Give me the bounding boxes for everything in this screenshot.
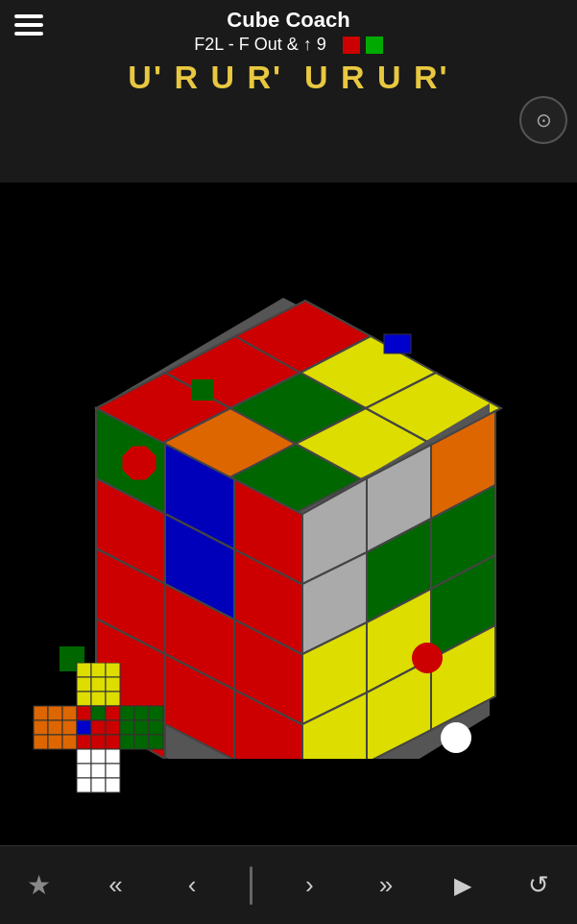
svg-rect-5 xyxy=(91,677,106,692)
svg-rect-3 xyxy=(106,663,120,677)
red-octagon-marker xyxy=(123,447,156,479)
svg-rect-36 xyxy=(149,735,163,749)
svg-rect-35 xyxy=(134,735,149,749)
svg-rect-43 xyxy=(77,778,91,792)
blue-top-marker xyxy=(384,334,411,353)
hamburger-line-2 xyxy=(14,23,43,27)
algorithm-display: U' R U R' U R U R' xyxy=(128,59,448,96)
main-area xyxy=(0,182,577,845)
mini-map xyxy=(10,663,221,836)
subtitle-text: F2L - F Out & ↑ 9 xyxy=(194,35,325,55)
svg-rect-44 xyxy=(91,778,106,792)
hamburger-line-1 xyxy=(14,14,43,18)
mini-map-svg xyxy=(10,663,221,836)
svg-rect-7 xyxy=(77,692,91,706)
rewind-single-button[interactable]: ‹ xyxy=(173,863,211,908)
minimap-left-face xyxy=(34,706,77,749)
svg-rect-11 xyxy=(48,706,62,720)
svg-rect-28 xyxy=(120,706,134,720)
star-button[interactable]: ★ xyxy=(19,862,59,909)
refresh-button[interactable]: ↺ xyxy=(519,863,558,908)
floating-green-square xyxy=(192,379,213,401)
svg-rect-23 xyxy=(91,720,106,735)
minimap-bottom-face xyxy=(77,749,120,792)
minimap-top-face xyxy=(77,663,120,706)
svg-rect-12 xyxy=(62,706,77,720)
subtitle: F2L - F Out & ↑ 9 xyxy=(194,35,382,55)
hamburger-line-3 xyxy=(14,32,43,36)
toolbar-divider xyxy=(250,866,252,905)
svg-rect-42 xyxy=(106,764,120,778)
svg-rect-19 xyxy=(77,706,91,720)
svg-rect-33 xyxy=(149,720,163,735)
svg-rect-10 xyxy=(34,706,48,720)
svg-rect-17 xyxy=(48,735,62,749)
color-square-green xyxy=(366,36,383,54)
svg-rect-21 xyxy=(106,706,120,720)
svg-rect-32 xyxy=(134,720,149,735)
play-button[interactable]: ▶ xyxy=(444,864,482,907)
svg-rect-1 xyxy=(77,663,91,677)
svg-rect-34 xyxy=(120,735,134,749)
red-dot-right-upper xyxy=(412,643,443,673)
svg-rect-20 xyxy=(91,706,106,720)
svg-rect-14 xyxy=(48,720,62,735)
svg-rect-15 xyxy=(62,720,77,735)
rewind-double-button[interactable]: « xyxy=(96,863,134,908)
toolbar: ★ « ‹ › » ▶ ↺ xyxy=(0,845,577,924)
forward-single-button[interactable]: › xyxy=(290,863,328,908)
svg-rect-9 xyxy=(106,692,120,706)
white-dot-right xyxy=(441,722,471,753)
minimap-right-face xyxy=(120,706,163,749)
svg-rect-25 xyxy=(77,735,91,749)
svg-rect-24 xyxy=(106,720,120,735)
svg-rect-40 xyxy=(77,764,91,778)
svg-rect-37 xyxy=(77,749,91,764)
svg-rect-29 xyxy=(134,706,149,720)
svg-rect-26 xyxy=(91,735,106,749)
svg-rect-18 xyxy=(62,735,77,749)
svg-rect-2 xyxy=(91,663,106,677)
svg-rect-45 xyxy=(106,778,120,792)
svg-rect-41 xyxy=(91,764,106,778)
color-square-red xyxy=(343,36,360,54)
svg-rect-13 xyxy=(34,720,48,735)
svg-rect-8 xyxy=(91,692,106,706)
svg-rect-30 xyxy=(149,706,163,720)
svg-rect-4 xyxy=(77,677,91,692)
header: Cube Coach F2L - F Out & ↑ 9 U' R U R' U… xyxy=(0,0,577,182)
svg-rect-31 xyxy=(120,720,134,735)
svg-rect-16 xyxy=(34,735,48,749)
svg-rect-39 xyxy=(106,749,120,764)
svg-rect-38 xyxy=(91,749,106,764)
minimap-center-face xyxy=(77,706,120,749)
svg-rect-22 xyxy=(77,720,91,735)
compass-icon[interactable]: ⊙ xyxy=(519,96,567,144)
menu-button[interactable] xyxy=(8,8,50,42)
app-title: Cube Coach xyxy=(227,8,349,33)
svg-rect-6 xyxy=(106,677,120,692)
svg-rect-27 xyxy=(106,735,120,749)
forward-double-button[interactable]: » xyxy=(367,863,405,908)
